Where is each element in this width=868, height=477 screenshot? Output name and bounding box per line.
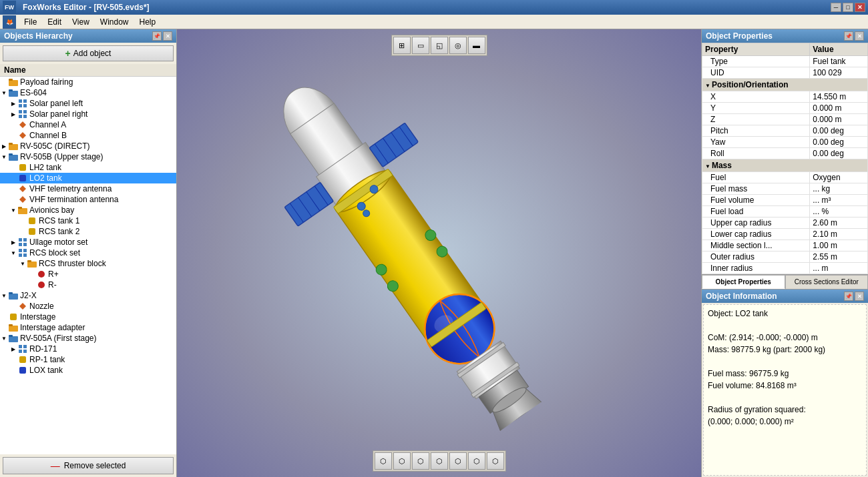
tree-arrow[interactable]: ▶ [0, 143, 8, 149]
tree-item[interactable]: R- [0, 280, 176, 290]
property-value[interactable]: 1.00 m [810, 240, 868, 252]
tree-item-label: RCS block set [29, 248, 80, 258]
tree-item-label: Channel B [29, 131, 67, 140]
tree-arrow[interactable]: ▶ [9, 346, 17, 352]
tree-item-icon [17, 195, 28, 204]
tree-item[interactable]: ▼RV-505A (First stage) [0, 333, 176, 344]
tree-item-icon [17, 109, 28, 119]
tree-arrow[interactable]: ▶ [9, 240, 17, 246]
close-button[interactable]: ✕ [855, 3, 865, 12]
tree-item[interactable]: ▶Solar panel left [0, 98, 176, 109]
info-close-button[interactable]: ✕ [855, 292, 864, 301]
tree-arrow[interactable]: ▼ [0, 336, 8, 342]
property-value[interactable]: 0.00 deg [810, 148, 868, 159]
property-value[interactable]: ... m [810, 263, 868, 274]
tree-item[interactable]: Interstage adapter [0, 322, 176, 333]
panel-close-button[interactable]: ✕ [163, 31, 172, 41]
tree-item[interactable]: ▼RV-505B (Upper stage) [0, 151, 176, 162]
tree-arrow[interactable]: ▼ [0, 154, 8, 160]
tree-item[interactable]: ▼Avionics bay [0, 205, 176, 215]
tree-item[interactable]: ▶Solar panel right [0, 109, 176, 119]
property-name: Y [702, 103, 810, 114]
tree-item[interactable]: LOX tank [0, 365, 176, 376]
vp-bottom-btn-4[interactable]: ⬡ [431, 452, 448, 470]
tab-cross-sections-editor[interactable]: Cross Sections Editor [785, 275, 869, 289]
vp-bottom-btn-5[interactable]: ⬡ [449, 452, 467, 470]
props-pin-button[interactable]: 📌 [844, 31, 853, 41]
rocket-svg [182, 29, 674, 477]
tree-arrow[interactable]: ▼ [0, 90, 8, 96]
vp-bottom-btn-1[interactable]: ⬡ [375, 452, 392, 470]
vp-bottom-btn-6[interactable]: ⬡ [468, 452, 485, 470]
menu-file[interactable]: File [19, 16, 42, 28]
property-value[interactable]: 0.000 m [810, 114, 868, 125]
object-information-title: Object Information [706, 292, 777, 301]
tree-item[interactable]: Channel A [0, 119, 176, 130]
property-value[interactable]: 2.60 m [810, 217, 868, 229]
property-value[interactable]: 0.000 m [810, 103, 868, 114]
tree-item[interactable]: Channel B [0, 130, 176, 141]
minimize-button[interactable]: ─ [831, 3, 841, 12]
property-row: Fuel mass... kg [702, 183, 868, 195]
tab-object-properties[interactable]: Object Properties [702, 275, 785, 289]
vp-bottom-btn-3[interactable]: ⬡ [412, 452, 429, 470]
tree-arrow[interactable]: ▼ [9, 207, 17, 213]
tree-item[interactable]: ▼RCS thruster block [0, 258, 176, 269]
property-value[interactable]: ... % [810, 206, 868, 217]
tree-container[interactable]: Payload fairing▼ES-604▶Solar panel left▶… [0, 77, 176, 454]
tree-arrow[interactable]: ▼ [9, 250, 17, 256]
tree-item[interactable]: Interstage [0, 312, 176, 322]
tree-item[interactable]: RCS tank 2 [0, 226, 176, 237]
tree-item[interactable]: LH2 tank [0, 162, 176, 173]
tree-item[interactable]: Nozzle [0, 301, 176, 312]
tree-arrow[interactable]: ▶ [9, 101, 17, 107]
menu-edit[interactable]: Edit [42, 16, 67, 28]
property-value[interactable]: 14.550 m [810, 91, 868, 103]
property-value[interactable]: Fuel tank [810, 56, 868, 67]
property-value[interactable]: ... kg [810, 183, 868, 195]
property-row: Roll0.00 deg [702, 148, 868, 159]
tree-arrow[interactable]: ▼ [19, 261, 27, 267]
tree-item[interactable]: ▼ES-604 [0, 87, 176, 98]
tree-item[interactable]: RP-1 tank [0, 354, 176, 365]
rocket-display [177, 29, 701, 477]
vp-bottom-btn-7[interactable]: ⬡ [487, 452, 504, 470]
property-value[interactable]: 2.55 m [810, 252, 868, 263]
tree-item[interactable]: ▶RV-505C (DIRECT) [0, 141, 176, 151]
property-value[interactable]: ... m³ [810, 195, 868, 206]
tree-item[interactable]: VHF telemetry antenna [0, 183, 176, 194]
tree-item[interactable]: ▶RD-171 [0, 344, 176, 354]
props-close-button[interactable]: ✕ [855, 31, 864, 41]
tree-item[interactable]: ▶Ullage motor set [0, 237, 176, 248]
svg-rect-43 [19, 350, 22, 353]
add-object-button[interactable]: + Add object [3, 45, 174, 61]
maximize-button[interactable]: □ [843, 3, 853, 12]
tree-arrow[interactable]: ▶ [9, 111, 17, 117]
viewport[interactable]: ⊞ ▭ ◱ ◎ ▬ [177, 29, 701, 477]
info-pin-button[interactable]: 📌 [844, 292, 853, 301]
tree-item-icon [27, 216, 37, 225]
menu-window[interactable]: Window [95, 16, 134, 28]
tree-item[interactable]: R+ [0, 269, 176, 280]
property-name: Fuel mass [702, 183, 810, 195]
tree-item[interactable]: ▼RCS block set [0, 248, 176, 258]
property-name: Fuel load [702, 206, 810, 217]
tree-item[interactable]: VHF termination antenna [0, 194, 176, 205]
tree-item[interactable]: RCS tank 1 [0, 215, 176, 226]
property-row: X14.550 m [702, 91, 868, 103]
svg-rect-45 [19, 356, 26, 363]
menu-view[interactable]: View [67, 16, 95, 28]
property-value[interactable]: 100 029 [810, 67, 868, 79]
remove-selected-button[interactable]: — Remove selected [3, 457, 174, 474]
tree-item[interactable]: LO2 tank [0, 173, 176, 183]
property-value[interactable]: 0.00 deg [810, 137, 868, 148]
property-value[interactable]: Oxygen [810, 172, 868, 183]
tree-item[interactable]: ▼J2-X [0, 290, 176, 301]
property-value[interactable]: 0.00 deg [810, 125, 868, 137]
tree-item[interactable]: Payload fairing [0, 77, 176, 87]
property-value[interactable]: 2.10 m [810, 229, 868, 240]
tree-arrow[interactable]: ▼ [0, 293, 8, 299]
menu-help[interactable]: Help [134, 16, 162, 28]
panel-pin-button[interactable]: 📌 [152, 31, 162, 41]
vp-bottom-btn-2[interactable]: ⬡ [393, 452, 411, 470]
